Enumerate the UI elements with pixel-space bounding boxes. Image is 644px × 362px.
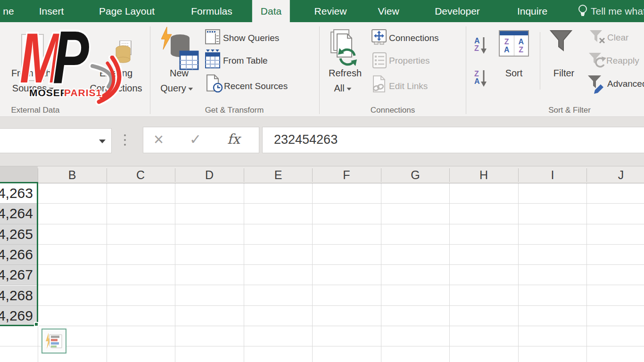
- watermark-word-mosef: MOSEF: [29, 87, 67, 99]
- worksheet-grid[interactable]: 232,454,263 232,454,264 232,454,265 232,…: [0, 183, 644, 362]
- lightbulb-icon: [577, 4, 588, 19]
- insert-function-icon[interactable]: fx: [227, 127, 240, 151]
- sort-dialog-icon: ZA AZ: [499, 30, 529, 57]
- advanced-filter-icon: [587, 75, 606, 94]
- tab-data[interactable]: Data: [252, 0, 290, 22]
- reapply-filter-button: Reapply: [606, 56, 639, 66]
- tab-page-layout[interactable]: Page Layout: [99, 0, 155, 22]
- group-label-get-transform: Get & Transform: [205, 106, 264, 115]
- selected-cell[interactable]: 232,454,267: [0, 265, 37, 285]
- new-query-icon: [161, 27, 199, 70]
- clear-filter-icon: [589, 30, 606, 45]
- column-header-i[interactable]: I: [534, 166, 571, 183]
- tab-view[interactable]: View: [378, 0, 399, 22]
- from-table-icon: [205, 49, 220, 68]
- excel-window: ne Insert Page Layout Formulas Data Revi…: [0, 0, 644, 362]
- refresh-all-button[interactable]: Refresh: [329, 68, 362, 79]
- column-header-d[interactable]: D: [190, 166, 228, 183]
- column-header-e[interactable]: E: [259, 166, 297, 183]
- fill-handle[interactable]: [34, 322, 39, 327]
- edit-links-icon: [372, 75, 387, 93]
- tab-developer[interactable]: Developer: [435, 0, 480, 22]
- show-queries-button[interactable]: Show Queries: [223, 33, 279, 43]
- formula-value: 232454263: [274, 127, 338, 152]
- connections-button[interactable]: Connections: [389, 33, 439, 43]
- column-header-a-selected[interactable]: [0, 166, 38, 183]
- group-label-sort-filter: Sort & Filter: [548, 106, 591, 115]
- selection-border-right: [37, 182, 38, 326]
- new-query-button-line2[interactable]: Query: [160, 83, 193, 94]
- down-arrow-icon: [480, 35, 487, 54]
- formula-bar-resize-dots[interactable]: [124, 134, 126, 146]
- quick-analysis-button[interactable]: [41, 329, 66, 354]
- edit-links-button: Edit Links: [389, 81, 428, 91]
- formula-input[interactable]: 232454263: [262, 127, 644, 153]
- refresh-all-icon: [330, 27, 361, 70]
- column-header-h[interactable]: H: [465, 166, 503, 183]
- tab-formulas[interactable]: Formulas: [191, 0, 232, 22]
- watermark-swoosh-icon: [84, 56, 129, 107]
- column-header-j[interactable]: J: [602, 166, 640, 183]
- group-separator: [319, 26, 320, 114]
- column-header-b[interactable]: B: [53, 166, 91, 183]
- from-table-button[interactable]: From Table: [223, 56, 268, 66]
- recent-sources-icon: [206, 74, 223, 93]
- refresh-all-button-line2[interactable]: All: [334, 83, 351, 94]
- recent-sources-button[interactable]: Recent Sources: [224, 81, 288, 91]
- ribbon-tab-bar: ne Insert Page Layout Formulas Data Revi…: [0, 0, 644, 22]
- group-separator: [466, 26, 466, 114]
- tell-me-box[interactable]: Tell me what you want to do: [591, 0, 644, 22]
- quick-analysis-icon: [45, 332, 64, 351]
- selection-border-bottom: [0, 325, 37, 326]
- group-inner-separator: [540, 32, 540, 90]
- dropdown-arrow-icon: [347, 88, 352, 90]
- active-cell[interactable]: 232,454,263: [0, 183, 37, 204]
- properties-button: Properties: [389, 56, 430, 66]
- connections-icon: [372, 29, 387, 45]
- sort-ascending-button[interactable]: AZ: [474, 34, 493, 56]
- selected-cell[interactable]: 232,454,265: [0, 224, 37, 245]
- selected-cell[interactable]: 232,454,268: [0, 286, 37, 306]
- tab-review[interactable]: Review: [314, 0, 347, 22]
- filter-button[interactable]: Filter: [553, 68, 574, 79]
- tab-home-partial[interactable]: ne: [3, 0, 14, 22]
- group-label-external-data: External Data: [11, 106, 60, 115]
- advanced-filter-button[interactable]: Advanced: [607, 79, 644, 89]
- sort-descending-button[interactable]: ZA: [474, 67, 493, 89]
- selected-cell[interactable]: 232,454,264: [0, 204, 37, 224]
- name-box-dropdown-icon[interactable]: [99, 140, 106, 143]
- cancel-icon[interactable]: ×: [154, 127, 164, 152]
- column-header-g[interactable]: G: [396, 166, 434, 183]
- clear-filter-button: Clear: [607, 33, 628, 43]
- down-arrow-icon: [480, 68, 487, 87]
- group-label-connections: Connections: [371, 106, 415, 115]
- selected-cell[interactable]: 232,454,266: [0, 245, 37, 265]
- formula-toolbar: × ✓ fx: [143, 127, 259, 153]
- filter-icon: [550, 30, 572, 57]
- tab-inquire[interactable]: Inquire: [517, 0, 547, 22]
- formula-bar: × ✓ fx 232454263: [0, 117, 644, 166]
- column-header-row: B C D E F G H I J: [0, 166, 644, 183]
- new-query-button[interactable]: New: [170, 68, 189, 79]
- column-header-c[interactable]: C: [122, 166, 159, 183]
- reapply-filter-icon: [588, 52, 606, 69]
- group-separator: [150, 26, 150, 114]
- dropdown-arrow-icon: [189, 88, 193, 90]
- name-box[interactable]: [0, 128, 112, 153]
- properties-icon: [372, 52, 387, 68]
- sort-button[interactable]: Sort: [505, 68, 523, 79]
- watermark-word-paris1: PARIS1: [64, 87, 102, 99]
- selected-cell[interactable]: 232,454,269: [0, 306, 37, 326]
- show-queries-icon: [205, 29, 220, 44]
- column-header-f[interactable]: F: [328, 166, 365, 183]
- enter-icon[interactable]: ✓: [190, 127, 201, 152]
